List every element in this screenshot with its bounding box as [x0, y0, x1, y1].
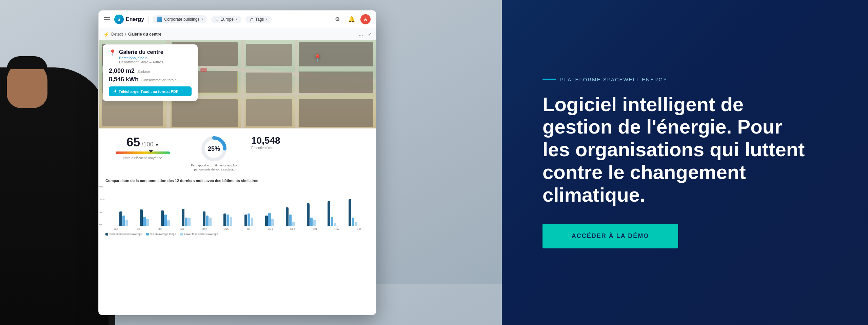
bar-mid-Aug [268, 213, 271, 226]
donut-description: Par rapport aux bâtiments les plus perfo… [187, 164, 241, 171]
bar-light-Jun [230, 217, 232, 226]
pdf-icon: ⬇ [114, 89, 117, 94]
surface-value: 2,000 m2 [109, 67, 135, 74]
building-city: Barcelona, Spain [119, 56, 163, 60]
y-label-25: 25 kWh [98, 211, 104, 214]
tags-filter-arrow: ▾ [266, 17, 268, 21]
building-name: Galerie du centre [119, 49, 163, 55]
score-max: /100 [142, 141, 154, 148]
bar-mid-Dec [352, 218, 354, 226]
pdf-download-button[interactable]: ⬇ Télécharger l'audit au format PDF [109, 86, 192, 96]
bar-mid-Sep [289, 215, 292, 226]
tags-filter-chip[interactable]: 🏷 Tags ▾ [245, 16, 272, 23]
legend-dot-exceeded [105, 233, 108, 236]
location-header: 📍 Galerie du centre Barcelona, Spain Dep… [109, 49, 192, 64]
building-11 [299, 99, 373, 127]
location-pin-icon: 📍 [109, 49, 116, 57]
bar-dark-Oct [307, 203, 310, 226]
logo-text: Energy [126, 16, 144, 22]
donut-chart: 25% [200, 135, 228, 162]
score-label: Note d'efficacité moyenne [105, 156, 180, 160]
breadcrumb-bar: ⚡ Detect / Galerie du centre ... ⤢ [99, 28, 376, 40]
building-info-card: 📍 Galerie du centre Barcelona, Spain Dep… [103, 44, 198, 101]
legend-lower: Lower than sector's average [180, 232, 218, 236]
more-icon: ... [359, 31, 363, 37]
savings-value: 10,548 [251, 135, 369, 146]
bar-dark-May [203, 211, 205, 226]
notifications-button[interactable]: 🔔 [346, 14, 357, 25]
breadcrumb-home-icon: ⚡ [103, 32, 109, 37]
surface-label: Surface [137, 69, 150, 74]
user-avatar[interactable]: A [360, 14, 371, 24]
bar-chart-wrapper: 75kWh 50k kWh 25 kWh 0 kWh [105, 185, 369, 226]
bar-light-Aug [271, 219, 274, 226]
tags-filter-label: Tags [255, 17, 264, 22]
potential-donut: 25% Par rapport aux bâtiments les plus p… [180, 135, 248, 171]
surface-stat: 2,000 m2 Surface [109, 67, 192, 75]
building-type: Department Store – Autres [119, 60, 163, 64]
y-axis-labels: 75kWh 50k kWh 25 kWh 0 kWh [98, 185, 104, 226]
bar-group-Apr [182, 209, 201, 226]
score-arrow-icon: ▼ [155, 143, 159, 147]
y-label-75: 75kWh [98, 185, 104, 188]
x-label-Jun: Jun [216, 227, 237, 230]
bar-group-Jun [223, 214, 243, 226]
y-label-0: 0 kWh [98, 224, 104, 226]
cta-button[interactable]: ACCÉDER À LA DÉMO [542, 224, 678, 248]
building-filter-chip[interactable]: Corporate buildings ▾ [153, 15, 207, 23]
pdf-button-label: Télécharger l'audit au format PDF [119, 89, 178, 94]
logo-letter: S [117, 17, 120, 22]
more-options-button[interactable]: ... [359, 31, 363, 37]
bar-group-Sep [286, 207, 305, 226]
bar-mid-Nov [331, 217, 333, 226]
building-filter-label: Corporate buildings [164, 17, 199, 22]
bar-light-Sep [292, 222, 295, 226]
building-3 [246, 44, 292, 66]
score-value: 65 [126, 135, 140, 149]
x-label-May: May [194, 227, 215, 230]
bar-dark-Mar [161, 210, 164, 226]
x-label-Jan: Jan [105, 227, 126, 230]
nav-separator [148, 16, 149, 23]
person-right-hair [7, 56, 47, 69]
building-9 [172, 99, 238, 127]
breadcrumb-detect[interactable]: Detect [111, 32, 123, 37]
expand-button[interactable]: ⤢ [368, 32, 371, 37]
consumption-stat: 8,546 kWh Consommation totale [109, 76, 192, 83]
x-label-Apr: Apr [172, 227, 193, 230]
region-filter-chip[interactable]: ⊞ Europe ▾ [211, 16, 241, 23]
bar-light-Apr [188, 218, 191, 226]
building-10 [246, 99, 292, 126]
legend-label-lower: Lower than sector's average [184, 232, 218, 236]
score-indicator [149, 150, 153, 153]
x-label-Nov: Nov [327, 227, 347, 230]
bar-group-Dec [349, 199, 368, 226]
efficiency-score: 65 /100 ▼ Note d'efficacité moyenne [105, 135, 180, 171]
donut-value: 25% [208, 145, 220, 153]
region-filter-arrow: ▾ [236, 17, 237, 21]
breadcrumb-current: Galerie du centre [128, 32, 161, 37]
tags-icon: 🏷 [250, 17, 253, 21]
settings-button[interactable]: ⚙ [332, 14, 343, 25]
platform-tag-text: PLATEFORME SPACEWELL ENERGY [560, 77, 667, 82]
bar-dark-Jun [223, 214, 226, 226]
legend-label-average: On an average range [150, 232, 176, 236]
bar-light-Oct [313, 220, 316, 226]
app-logo: S Energy [114, 15, 144, 24]
building-8 [102, 99, 163, 126]
app-window: S Energy Corporate buildings ▾ ⊞ Europe … [98, 10, 376, 315]
chart-legend: Exceeded sector's average On an average … [105, 232, 369, 236]
app-topbar: S Energy Corporate buildings ▾ ⊞ Europe … [99, 11, 376, 28]
car-2 [200, 68, 207, 72]
bar-group-Mar [161, 210, 180, 226]
menu-icon[interactable] [104, 17, 110, 21]
bar-light-Nov [334, 223, 336, 226]
bar-mid-Jul [248, 214, 250, 226]
chart-section: Comparaison de la consommation des 12 de… [99, 175, 376, 239]
consumption-value: 8,546 kWh [109, 76, 139, 83]
building-4 [299, 42, 373, 66]
y-label-50: 50k kWh [98, 198, 104, 201]
bar-mid-May [206, 216, 209, 226]
bar-light-Jul [251, 218, 253, 226]
bar-group-May [203, 211, 222, 226]
